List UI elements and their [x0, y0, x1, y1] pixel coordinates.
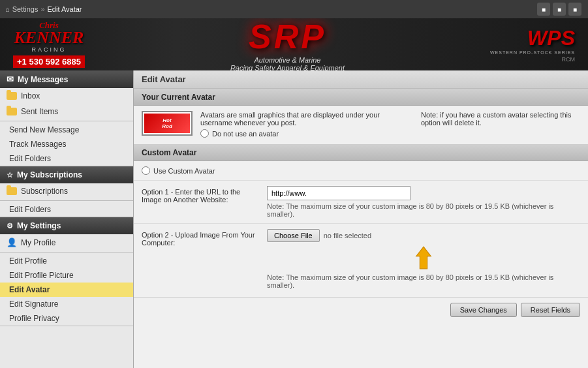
option2-row: Option 2 - Upload Image From Your Comput…	[134, 223, 588, 294]
option2-label: Option 2 - Upload Image From Your Comput…	[142, 229, 259, 247]
file-upload-row: Choose File no file selected	[267, 229, 580, 242]
sidebar-item-edit-signature[interactable]: Edit Signature	[0, 297, 133, 311]
sidebar-header-settings: ⚙ My Settings	[0, 217, 133, 234]
sidebar-item-inbox[interactable]: Inbox	[0, 88, 133, 104]
option1-label: Option 1 - Enter the URL to the Image on…	[142, 186, 259, 204]
banner-center: SRP Automotive & Marine Racing Safety Ap…	[230, 18, 345, 70]
breadcrumb-current: Edit Avatar	[48, 5, 82, 13]
sidebar-item-edit-profile-picture[interactable]: Edit Profile Picture	[0, 268, 133, 283]
icon-btn-3[interactable]: ■	[568, 3, 581, 16]
svg-marker-0	[416, 247, 431, 269]
avatar-image-box: HotRod	[142, 111, 193, 136]
breadcrumb-bar: ⌂ Settings » Edit Avatar ■ ■ ■	[0, 0, 588, 18]
sidebar-item-track-messages[interactable]: Track Messages	[0, 137, 133, 151]
messages-icon: ✉	[7, 74, 14, 84]
banner-srp: SRP	[230, 18, 345, 56]
subscriptions-item-label: Subscriptions	[21, 187, 68, 196]
choose-file-button[interactable]: Choose File	[267, 229, 320, 242]
banner-tagline2: Racing Safety Apparel & Equipment	[230, 64, 345, 70]
option1-row: Option 1 - Enter the URL to the Image on…	[134, 180, 588, 223]
banner-kenner: KENNER	[14, 29, 84, 46]
main-layout: ✉ My Messages Inbox Sent Items Send New …	[0, 70, 588, 368]
folder-icon-subscriptions	[7, 187, 17, 195]
subscriptions-icon: ☆	[7, 171, 13, 179]
person-icon: 👤	[7, 238, 17, 247]
save-changes-button[interactable]: Save Changes	[450, 303, 517, 317]
no-avatar-text: Do not use an avatar	[212, 130, 279, 138]
sidebar-item-my-profile[interactable]: 👤 My Profile	[0, 234, 133, 251]
action-bar: Save Changes Reset Fields	[134, 297, 588, 322]
sent-label: Sent Items	[21, 107, 58, 116]
sidebar-subscriptions-label: My Subscriptions	[17, 170, 82, 179]
divider-1	[0, 121, 133, 121]
sidebar-section-subscriptions: ☆ My Subscriptions Subscriptions Edit Fo…	[0, 166, 133, 217]
no-avatar-radio[interactable]	[200, 129, 209, 138]
sidebar-item-edit-avatar[interactable]: Edit Avatar	[0, 283, 133, 297]
sidebar-item-edit-profile[interactable]: Edit Profile	[0, 254, 133, 268]
option2-note: Note: The maximum size of your custom im…	[267, 273, 580, 289]
sidebar-item-edit-folders-subs[interactable]: Edit Folders	[0, 202, 133, 217]
option2-field: Choose File no file selected Note: The m…	[267, 229, 580, 289]
use-custom-text: Use Custom Avatar	[153, 167, 215, 175]
breadcrumb-separator: »	[40, 5, 44, 13]
avatar-note: Note: if you have a custom avatar select…	[421, 111, 580, 127]
banner-right: WPS WESTERN PRO-STOCK SERIES RCM	[490, 26, 575, 63]
banner-racing: RACING	[31, 46, 66, 53]
my-profile-label: My Profile	[21, 238, 55, 247]
sidebar-header-messages: ✉ My Messages	[0, 70, 133, 88]
sidebar-settings-label: My Settings	[17, 221, 61, 230]
banner-rcm: RCM	[490, 56, 575, 63]
icon-btn-2[interactable]: ■	[553, 3, 566, 16]
home-icon[interactable]: ⌂	[5, 5, 10, 13]
banner-wps-sub: WESTERN PRO-STOCK SERIES	[490, 50, 575, 55]
settings-icon: ⚙	[7, 222, 13, 230]
no-file-label: no file selected	[324, 232, 371, 239]
use-custom-radio[interactable]	[142, 166, 150, 175]
icon-btn-1[interactable]: ■	[537, 3, 550, 16]
arrow-icon	[410, 245, 437, 271]
sidebar-item-send-message[interactable]: Send New Message	[0, 123, 133, 137]
sidebar-header-subscriptions: ☆ My Subscriptions	[0, 166, 133, 183]
banner-tagline1: Automotive & Marine	[230, 56, 345, 64]
sidebar-messages-label: My Messages	[18, 75, 68, 84]
inbox-label: Inbox	[21, 91, 40, 100]
folder-icon-inbox	[7, 92, 17, 100]
sidebar-item-profile-privacy[interactable]: Profile Privacy	[0, 311, 133, 326]
sidebar-section-messages: ✉ My Messages Inbox Sent Items Send New …	[0, 70, 133, 166]
option1-note: Note: The maximum size of your custom im…	[267, 202, 580, 218]
avatar-info: Avatars are small graphics that are disp…	[200, 111, 580, 138]
banner: Chris KENNER RACING +1 530 592 6885 SRP …	[0, 18, 588, 70]
content-area: Edit Avatar Your Current Avatar HotRod A…	[134, 70, 588, 368]
reset-fields-button[interactable]: Reset Fields	[521, 303, 580, 317]
banner-phone: +1 530 592 6885	[13, 55, 85, 68]
sidebar-item-edit-folders-messages[interactable]: Edit Folders	[0, 151, 133, 166]
option1-field: Note: The maximum size of your custom im…	[267, 186, 580, 218]
option1-input[interactable]	[267, 186, 410, 200]
no-avatar-label[interactable]: Do not use an avatar	[200, 129, 408, 138]
custom-avatar-title: Custom Avatar	[134, 144, 588, 161]
sidebar-item-subscriptions[interactable]: Subscriptions	[0, 183, 133, 199]
divider-3	[0, 252, 133, 253]
sidebar-section-settings: ⚙ My Settings 👤 My Profile Edit Profile …	[0, 217, 133, 326]
current-avatar-section: HotRod Avatars are small graphics that a…	[134, 106, 588, 144]
custom-avatar-section: Use Custom Avatar	[134, 161, 588, 180]
breadcrumb-settings[interactable]: Settings	[12, 5, 39, 13]
avatar-image: HotRod	[144, 114, 190, 133]
banner-wps: WPS	[490, 26, 575, 50]
sidebar-item-sent[interactable]: Sent Items	[0, 104, 133, 119]
arrow-hint	[267, 245, 580, 271]
folder-icon-sent	[7, 108, 17, 115]
divider-2	[0, 200, 133, 201]
content-header: Edit Avatar	[134, 70, 588, 89]
current-avatar-title: Your Current Avatar	[134, 89, 588, 106]
use-custom-label[interactable]: Use Custom Avatar	[142, 166, 580, 175]
sidebar: ✉ My Messages Inbox Sent Items Send New …	[0, 70, 134, 368]
banner-left: Chris KENNER RACING +1 530 592 6885	[13, 21, 85, 68]
avatar-description: Avatars are small graphics that are disp…	[200, 111, 408, 127]
